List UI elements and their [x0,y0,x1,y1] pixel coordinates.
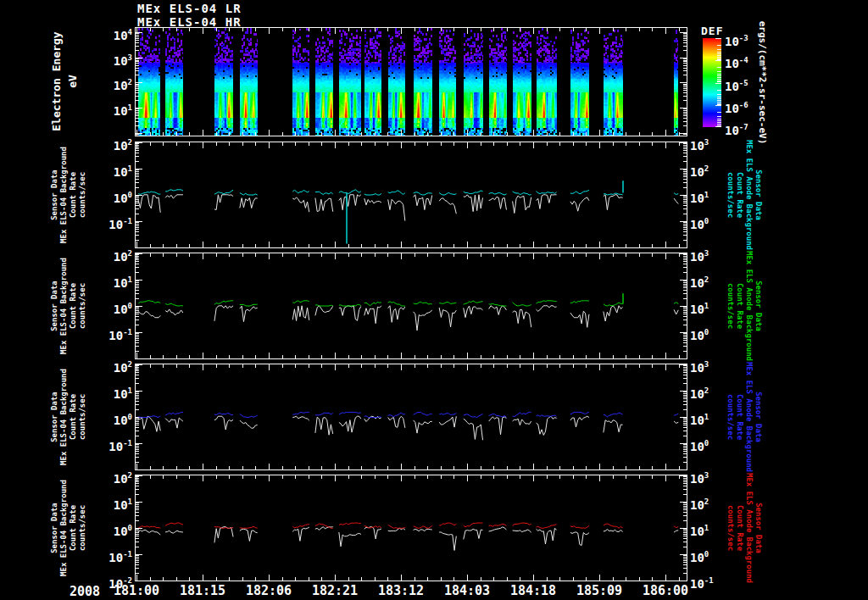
y-tick-label: 100 [90,410,132,424]
x-tick-label: 181:15 [175,583,230,598]
x-tick-label: 186:00 [638,583,693,598]
panel-left-axis-label: Sensor Data MEx ELS-04 Background Count … [50,464,89,592]
y-tick-label: 102 [90,469,132,482]
y-tick-label: 10-1 [90,436,132,450]
y-tick-label: 102 [90,247,132,260]
spectrogram-canvas [136,28,687,136]
count-rate-panel-4 [135,475,687,581]
colorbar [703,38,721,127]
x-tick-label: 182:21 [308,583,362,598]
y-tick-label: 10-1 [90,325,132,339]
x-tick-label: 184:18 [506,583,560,598]
y-tick-label: 101 [90,101,132,114]
count-rate-canvas-1 [136,142,687,247]
y-tick-label: 101 [90,273,132,286]
spectrogram-panel [135,27,687,136]
x-tick-label: 185:09 [572,583,626,598]
y-tick-label: 101 [90,162,132,175]
y-tick-label: 100 [90,188,132,202]
count-rate-canvas-2 [136,253,687,358]
plot-title-lr: MEx ELS-04 LR [137,2,242,15]
x-tick-label: 183:12 [374,583,428,598]
panel-right-axis-label: Sensor Data MEx ELS Anode Background Cou… [724,460,763,596]
count-rate-panel-2 [135,253,687,359]
y-tick-label: 104 [90,25,132,39]
mex-els-figure: MEx ELS-04 LR MEx ELS-04 HR Electron Ene… [0,0,868,600]
x-tick-label: 181:00 [109,583,164,598]
colorbar-tick-label: 10-4 [725,53,765,67]
colorbar-tick-label: 10-5 [725,76,765,90]
y-tick-label: 100 [90,299,132,313]
y-tick-label: 10-1 [90,547,132,561]
panel-left-axis-label: Sensor Data MEx ELS-04 Background Count … [50,242,89,369]
count-rate-canvas-4 [136,475,687,581]
x-tick-label: 184:03 [440,583,494,598]
count-rate-canvas-3 [136,364,687,469]
y-tick-label: 102 [90,136,132,149]
colorbar-tick-label: 10-3 [725,31,765,45]
count-rate-panel-3 [135,364,687,470]
colorbar-tick-label: 10-6 [725,98,765,112]
y-tick-label: 103 [90,51,132,64]
panel-left-axis-label: Sensor Data MEx ELS-04 Background Count … [50,131,89,258]
y-tick-label: 101 [90,384,132,397]
x-tick-label: 182:06 [242,583,296,598]
colorbar-title: DEF [701,25,723,37]
panel-left-axis-label: Sensor Data MEx ELS-04 Background Count … [50,353,89,481]
y-tick-label: 10-1 [90,214,132,228]
count-rate-panel-1 [135,142,687,248]
y-tick-label: 101 [90,495,132,508]
y-tick-label: 100 [90,521,132,535]
y-tick-label: 102 [90,75,132,89]
y-tick-label: 102 [90,358,132,371]
